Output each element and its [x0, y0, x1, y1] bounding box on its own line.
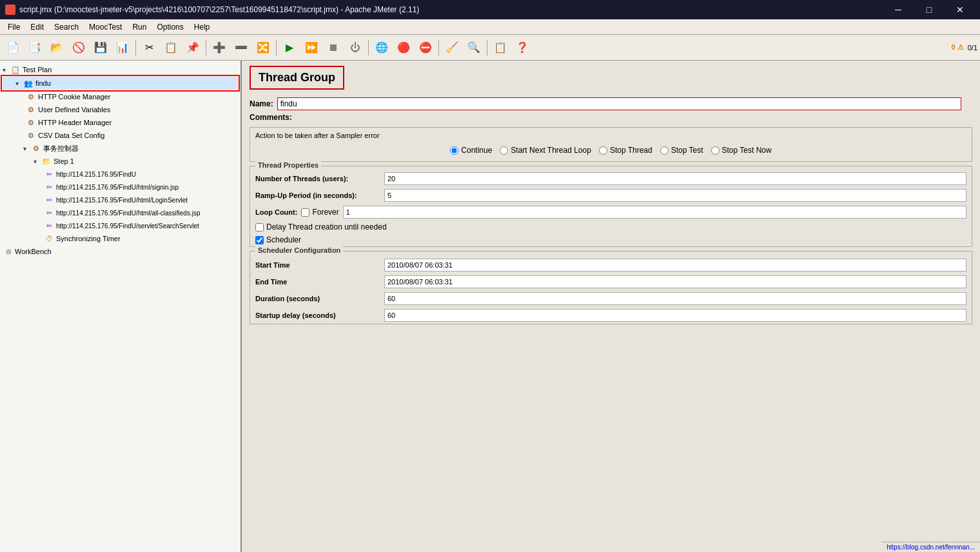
start-button[interactable]: ▶: [279, 37, 300, 58]
tree-item-url5[interactable]: ✏ http://114.215.176.95/FindU/servlet/Se…: [0, 219, 240, 232]
delay-thread-text: Delay Thread creation until needed: [266, 222, 387, 232]
help-button[interactable]: ❓: [512, 37, 533, 58]
delay-thread-row: Delay Thread creation until needed: [250, 221, 972, 233]
forever-checkbox[interactable]: [301, 208, 309, 217]
tree-item-findu[interactable]: ▾ 👥 findu: [3, 77, 238, 90]
status-bar: https://blog.csdn.net/fennnan...: [881, 542, 980, 552]
tg-header: Thread Group: [242, 61, 980, 95]
url3-label: http://114.215.176.95/FindU/html/LoginSe…: [56, 197, 188, 204]
name-input[interactable]: [277, 97, 961, 110]
ramp-up-row: Ramp-Up Period (in seconds):: [250, 187, 972, 204]
radio-stop-test[interactable]: Stop Test: [660, 146, 703, 155]
tree-item-url2[interactable]: ✏ http://114.215.176.95/FindU/html/signi…: [0, 181, 240, 193]
menu-help[interactable]: Help: [189, 21, 215, 33]
save-button[interactable]: 💾: [90, 37, 111, 58]
main-layout: ▾ 📋 Test Plan ▾ 👥 findu ⚙ HTTP Cookie Ma…: [0, 61, 980, 552]
remote-stop-button[interactable]: 🔴: [393, 37, 414, 58]
radio-stop-thread-input[interactable]: [599, 146, 607, 155]
startup-delay-label: Startup delay (seconds): [255, 311, 384, 319]
expand-button[interactable]: ➕: [209, 37, 230, 58]
ramp-up-input[interactable]: [384, 189, 966, 202]
radio-stop-thread[interactable]: Stop Thread: [599, 146, 652, 155]
radio-start-next-label: Start Next Thread Loop: [511, 146, 591, 155]
cookie-icon: ⚙: [26, 92, 36, 102]
status-url: https://blog.csdn.net/fennnan...: [887, 544, 975, 551]
close-test-button[interactable]: 🚫: [68, 37, 89, 58]
collapse-button[interactable]: ➖: [231, 37, 251, 58]
menu-search[interactable]: Search: [49, 21, 84, 33]
toggle-button[interactable]: 🔀: [253, 37, 273, 58]
radio-continue[interactable]: Continue: [450, 146, 492, 155]
tree-item-url1[interactable]: ✏ http://114.215.176.95/FindU: [0, 168, 240, 181]
radio-stop-test-input[interactable]: [660, 146, 669, 155]
remote-exit-button[interactable]: ⛔: [415, 37, 436, 58]
clear-button[interactable]: 🧹: [442, 37, 462, 58]
tree-item-transaction[interactable]: ▾ ⚙ 事务控制器: [0, 142, 240, 155]
menu-file[interactable]: File: [3, 21, 25, 33]
tree-item-url4[interactable]: ✏ http://114.215.176.95/FindU/html/all-c…: [0, 206, 240, 219]
scheduler-label-container[interactable]: Scheduler: [255, 235, 301, 244]
delay-thread-label[interactable]: Delay Thread creation until needed: [255, 222, 387, 232]
radio-start-next-input[interactable]: [500, 146, 508, 155]
menu-edit[interactable]: Edit: [25, 21, 49, 33]
expand-transaction[interactable]: ▾: [23, 145, 31, 152]
stop-button[interactable]: ⏹: [323, 37, 344, 58]
new-button[interactable]: 📄: [3, 37, 23, 58]
startup-delay-input[interactable]: [384, 309, 966, 322]
test-plan-icon: 📋: [10, 64, 21, 75]
expand-step1[interactable]: ▾: [34, 158, 41, 165]
save-all-button[interactable]: 📊: [112, 37, 133, 58]
radio-stop-test-label: Stop Test: [671, 146, 703, 155]
forever-checkbox-label[interactable]: Forever: [301, 208, 338, 217]
close-button[interactable]: ✕: [945, 0, 975, 19]
tree-item-url3[interactable]: ✏ http://114.215.176.95/FindU/html/Login…: [0, 193, 240, 206]
tree-item-workbench[interactable]: 🖥 WorkBench: [0, 245, 240, 258]
scheduler-checkbox[interactable]: [255, 236, 264, 244]
list-button[interactable]: 📋: [490, 37, 511, 58]
start-time-row: Start Time: [250, 257, 972, 273]
maximize-button[interactable]: □: [914, 0, 944, 19]
expand-findu[interactable]: ▾: [15, 80, 23, 87]
search-button[interactable]: 🔍: [464, 37, 484, 58]
copy-button[interactable]: 📋: [161, 37, 181, 58]
menu-bar: File Edit Search MoocTest Run Options He…: [0, 19, 980, 35]
radio-stop-test-now[interactable]: Stop Test Now: [711, 146, 772, 155]
start-no-pause-button[interactable]: ⏩: [301, 37, 322, 58]
menu-run[interactable]: Run: [127, 21, 152, 33]
tree-item-test-plan[interactable]: ▾ 📋 Test Plan: [0, 63, 240, 76]
expand-test-plan[interactable]: ▾: [3, 66, 10, 74]
tree-item-csv[interactable]: ⚙ CSV Data Set Config: [0, 129, 240, 142]
cut-button[interactable]: ✂: [139, 37, 159, 58]
workbench-label: WorkBench: [15, 248, 52, 255]
url5-icon: ✏: [44, 221, 54, 231]
tree-item-cookie[interactable]: ⚙ HTTP Cookie Manager: [0, 90, 240, 103]
tg-title-box: Thread Group: [250, 66, 344, 90]
tree-item-header-mgr[interactable]: ⚙ HTTP Header Manager: [0, 116, 240, 129]
radio-stop-test-now-input[interactable]: [711, 146, 720, 155]
shutdown-button[interactable]: ⏻: [345, 37, 366, 58]
open-button[interactable]: 📂: [46, 37, 67, 58]
num-threads-input[interactable]: [384, 172, 966, 185]
thread-group-panel: Thread Group Name: Comments: Action to b…: [242, 61, 980, 324]
scheduler-config-title: Scheduler Configuration: [255, 246, 343, 254]
radio-start-next[interactable]: Start Next Thread Loop: [500, 146, 591, 155]
paste-button[interactable]: 📌: [182, 37, 203, 58]
loop-count-input[interactable]: [343, 206, 966, 219]
radio-continue-input[interactable]: [450, 146, 458, 155]
tree-item-step1[interactable]: ▾ 📁 Step 1: [0, 155, 240, 168]
tree-item-sync-timer[interactable]: ⏱ Synchronizing Timer: [0, 232, 240, 245]
menu-mooctest[interactable]: MoocTest: [84, 21, 127, 33]
duration-input[interactable]: [384, 292, 966, 305]
start-time-input[interactable]: [384, 259, 966, 271]
delay-thread-checkbox[interactable]: [255, 223, 264, 232]
template-button[interactable]: 📑: [24, 37, 45, 58]
tg-title: Thread Group: [259, 71, 335, 84]
loop-count-label: Loop Count:: [255, 208, 297, 216]
tree-item-user-vars[interactable]: ⚙ User Defined Variables: [0, 103, 240, 116]
startup-delay-row: Startup delay (seconds): [250, 307, 972, 324]
remote-start-button[interactable]: 🌐: [371, 37, 392, 58]
minimize-button[interactable]: ─: [883, 0, 913, 19]
menu-options[interactable]: Options: [152, 21, 188, 33]
ramp-up-label: Ramp-Up Period (in seconds):: [255, 192, 384, 199]
end-time-input[interactable]: [384, 275, 966, 288]
